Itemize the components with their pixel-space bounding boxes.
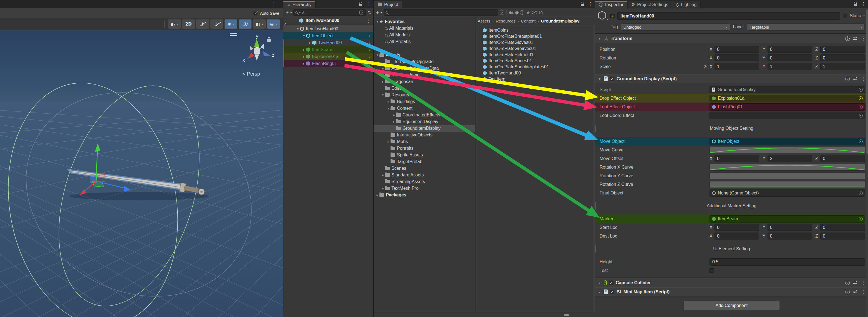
create-asset-caret-icon[interactable]: ▾ [380, 11, 382, 14]
hierarchy-item-twohand00[interactable]: ▸TwoHand00› [283, 39, 373, 46]
foldout-icon[interactable]: ▸ [392, 113, 396, 117]
gameobject-icon[interactable]: ▾ [598, 11, 608, 21]
script-object-field[interactable]: #GroundItemDisplay [710, 86, 865, 93]
asset-itemorcplateshoes01[interactable]: ItemOrcPlateShoes01 [475, 58, 595, 64]
rotation-y-curve-curve-field[interactable] [710, 173, 865, 179]
project-folder-addressableassetsdata[interactable]: ▸AddressableAssetsData [374, 65, 475, 72]
scene-viewport[interactable]: y x z < Persp [0, 30, 283, 317]
asset-itemorcplateshoulderplates01[interactable]: ItemOrcPlateShoulderplates01 [475, 64, 595, 70]
tab-hierarchy[interactable]: ≡ Hierarchy [283, 1, 316, 8]
breadcrumb-item[interactable]: Resources [496, 19, 516, 23]
component-enabled-checkbox[interactable] [609, 281, 614, 285]
sort-order-icon[interactable]: ⇅ [368, 10, 371, 15]
overlay-handle-icon[interactable] [230, 33, 237, 36]
project-folder-resources[interactable]: ▾Resources [374, 92, 475, 98]
breadcrumb-item[interactable]: GroundItemDisplay [541, 19, 579, 23]
rotation-z-curve-curve-field[interactable] [710, 181, 865, 188]
filter-by-label-icon[interactable] [515, 10, 519, 15]
height-input[interactable]: 0.5 [710, 258, 865, 266]
open-prefab-chevron-icon[interactable]: › [369, 40, 371, 45]
alert-filter-icon[interactable]: ! [520, 10, 524, 15]
tab-inspector[interactable]: i Inspector [595, 1, 628, 8]
tab-project[interactable]: Project [374, 1, 402, 8]
project-folder-content[interactable]: ▾Content [374, 105, 475, 112]
favorite-search-icon[interactable]: ★ [526, 10, 530, 15]
object-picker-icon[interactable] [859, 96, 863, 100]
presets-icon[interactable] [853, 281, 857, 285]
presets-icon[interactable] [853, 77, 857, 81]
object-picker-icon[interactable] [859, 140, 863, 143]
tab-lighting[interactable]: Lighting [672, 1, 701, 8]
position-y-input[interactable]: 0 [768, 46, 812, 53]
foldout-icon[interactable]: ▸ [381, 173, 385, 177]
project-folder-equipmentdisplay[interactable]: ▸EquipmentDisplay [374, 118, 475, 125]
project-folder-all-models[interactable]: All Models [374, 32, 475, 38]
prefab-header-kebab-icon[interactable]: ⋮ [366, 18, 371, 23]
rotation-y-input[interactable]: 0 [768, 54, 812, 61]
search-expand-icon[interactable]: ↗ [500, 10, 504, 15]
final-object-object-field[interactable]: None (Game Object) [710, 190, 865, 197]
move-object-object-field[interactable]: ItemObject [710, 138, 865, 145]
asset-itemorcplatebreastplate01[interactable]: ItemOrcPlateBreastplate01 [475, 33, 595, 39]
tag-dropdown[interactable]: Untagged ▾ [621, 23, 730, 31]
project-folder-textmesh-pro[interactable]: ▸TextMesh Pro [374, 185, 475, 192]
project-folder-buildings[interactable]: ▸Buildings [374, 98, 475, 105]
hierarchy-search-input[interactable]: ▾ All ↗ [293, 9, 366, 16]
dest-loc-y-input[interactable]: 0 [768, 233, 812, 239]
audio-toggle[interactable]: ♪ [210, 20, 223, 29]
lock-icon[interactable] [581, 2, 584, 6]
foldout-icon[interactable]: ▾ [386, 107, 391, 110]
foldout-icon[interactable]: ▸ [381, 186, 385, 190]
presets-icon[interactable] [853, 290, 857, 294]
lock-icon[interactable] [359, 2, 363, 6]
scale-x-input[interactable]: 1 [714, 63, 759, 70]
hierarchy-item-itemtwohand00[interactable]: ▾ItemTwoHand00 [283, 25, 373, 32]
position-x-input[interactable]: 0 [714, 46, 759, 53]
foldout-icon[interactable]: ▸ [392, 120, 396, 124]
asset-itemorcplategreaves01[interactable]: ItemOrcPlateGreaves01 [475, 46, 595, 52]
kebab-menu-icon[interactable]: ⋮ [861, 280, 866, 285]
scene-lock-icon[interactable] [267, 37, 271, 42]
project-folder-standard-assets[interactable]: ▸Standard Assets [374, 172, 475, 178]
start-loc-x-input[interactable]: 0 [714, 224, 759, 231]
scale-z-input[interactable]: 1 [820, 63, 865, 70]
transform-component-header[interactable]: ▾ Transform ? ⋮ [595, 34, 868, 43]
foldout-icon[interactable]: ▸ [302, 62, 306, 65]
foldout-icon[interactable]: ▸ [375, 193, 379, 197]
foldout-icon[interactable]: ▾ [598, 37, 601, 40]
project-folder-all-materials[interactable]: All Materials [374, 25, 475, 32]
foldout-icon[interactable]: ▸ [302, 48, 306, 52]
create-asset-button[interactable]: + [376, 10, 379, 15]
foldout-icon[interactable]: ▾ [302, 34, 306, 38]
marker-object-field[interactable]: ItemBeam [710, 215, 865, 223]
start-loc-y-input[interactable]: 0 [768, 224, 812, 231]
component-enabled-checkbox[interactable] [610, 290, 614, 294]
kebab-menu-icon[interactable]: ⋮ [366, 2, 371, 6]
foldout-icon[interactable]: ▸ [598, 290, 601, 294]
filter-by-type-icon[interactable] [509, 11, 514, 14]
move-gizmo[interactable] [80, 143, 131, 195]
move-offset-x-input[interactable]: 0 [714, 155, 759, 162]
ground-item-display-header[interactable]: ▾ # Ground Item Display (Script) ? ⋮ [595, 74, 868, 83]
foldout-icon[interactable]: ▸ [386, 140, 391, 144]
camera-section-button[interactable]: ◧▾ [253, 20, 266, 29]
hierarchy-item-flashring01[interactable]: ▸FlashRing01› [283, 60, 373, 67]
gizmos-toggle[interactable]: ⊕▾ [267, 20, 280, 29]
rotation-z-input[interactable]: 0 [820, 54, 865, 61]
perspective-label[interactable]: < Persp [243, 71, 260, 77]
add-component-button[interactable]: Add Component [684, 301, 779, 310]
object-picker-icon[interactable] [859, 114, 863, 117]
kebab-menu-icon[interactable]: ⋮ [861, 36, 866, 41]
effects-toggle[interactable]: ✶▾ [224, 20, 237, 29]
project-folder-scenes[interactable]: Scenes [374, 165, 475, 172]
orientation-gizmo-neg-y[interactable] [254, 54, 259, 61]
asset-itemcoins[interactable]: ItemCoins [475, 27, 595, 33]
scene-menu-icon[interactable]: ⋮ [271, 2, 275, 6]
link-scale-icon[interactable]: ⊘ [703, 64, 708, 69]
kebab-menu-icon[interactable]: ⋮ [861, 77, 866, 81]
kebab-menu-icon[interactable]: ⋮ [861, 2, 866, 6]
move-curve-curve-field[interactable] [710, 147, 865, 153]
object-picker-icon[interactable] [859, 105, 863, 109]
presets-icon[interactable] [853, 37, 857, 40]
foldout-icon[interactable]: ▸ [381, 66, 385, 70]
